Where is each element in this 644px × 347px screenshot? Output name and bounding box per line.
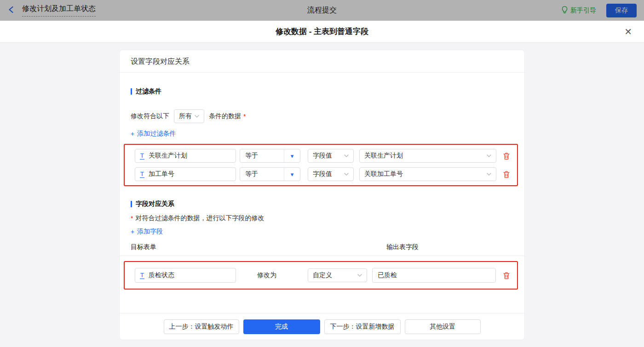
- delete-row-trash-icon[interactable]: [503, 171, 510, 178]
- section-accent-bar: [131, 201, 132, 207]
- chevron-down-icon: [487, 173, 491, 176]
- mapping-row-highlight-box: T 质检状态 修改为 自定义 已质检: [124, 261, 518, 290]
- filter-condition-line: 修改符合以下 所有 条件的数据 *: [131, 109, 513, 123]
- filter-value-type-select[interactable]: 字段值: [308, 167, 354, 181]
- text-field-icon: T: [140, 171, 144, 178]
- mapping-value-input[interactable]: 已质检: [372, 268, 496, 283]
- beginner-guide-button[interactable]: 新手引导: [561, 6, 596, 15]
- delete-row-trash-icon[interactable]: [503, 152, 510, 160]
- mapping-note-label: 对符合过滤条件的数据，进行以下字段的修改: [135, 214, 264, 222]
- condition-suffix-label: 条件的数据: [209, 112, 241, 120]
- caret-down-icon: ▾: [284, 149, 300, 162]
- card-footer: 上一步：设置触发动作 完成 下一步：设置新增数据 其他设置: [120, 313, 524, 340]
- caret-down-icon: ▾: [284, 168, 300, 181]
- match-mode-select[interactable]: 所有: [174, 109, 204, 123]
- required-asterisk: *: [131, 215, 133, 222]
- modify-to-label: 修改为: [257, 271, 276, 279]
- add-field-link[interactable]: + 添加字段: [131, 228, 163, 236]
- filter-value-value: 关联生产计划: [364, 152, 403, 160]
- card-header-title: 设置字段对应关系: [120, 50, 524, 73]
- next-step-button[interactable]: 下一步：设置新增数据: [324, 319, 401, 334]
- close-icon[interactable]: ✕: [624, 27, 632, 36]
- condition-prefix-label: 修改符合以下: [131, 112, 169, 120]
- required-asterisk: *: [243, 113, 246, 120]
- mapping-field-value: 质检状态: [149, 271, 174, 279]
- text-field-icon: T: [140, 153, 144, 159]
- column-output-field: 输出表字段: [386, 243, 419, 251]
- filter-operator-select[interactable]: 等于 ▾: [240, 149, 300, 163]
- add-filter-condition-link[interactable]: + 添加过滤条件: [131, 130, 176, 138]
- filter-value-type-value: 字段值: [313, 170, 332, 178]
- mapping-mode-select[interactable]: 自定义: [308, 268, 367, 282]
- mapping-column-headers: 目标表单 输出表字段: [131, 243, 513, 250]
- add-field-label: 添加字段: [137, 228, 163, 236]
- topbar-center-title: 流程提交: [0, 6, 644, 15]
- filter-rows-highlight-box: T 关联生产计划 等于 ▾ 字段值 关联生产计划: [124, 144, 518, 186]
- lightbulb-icon: [561, 6, 568, 15]
- mapping-value-text: 已质检: [378, 271, 397, 279]
- modal-header: 修改数据 - 主表到普通字段 ✕: [0, 21, 644, 43]
- filter-section-title-label: 过滤条件: [136, 87, 161, 96]
- topbar: 修改计划及加工单状态 流程提交 新手引导 保存: [0, 0, 644, 21]
- mapping-section-title: 字段对应关系: [131, 200, 513, 208]
- filter-operator-value: 等于: [240, 168, 284, 181]
- filter-operator-select[interactable]: 等于 ▾: [240, 167, 300, 181]
- plus-icon: +: [131, 130, 134, 137]
- chevron-down-icon: [344, 154, 349, 157]
- mapping-note: * 对符合过滤条件的数据，进行以下字段的修改: [131, 214, 513, 222]
- beginner-guide-label: 新手引导: [570, 6, 596, 15]
- column-target-form: 目标表单: [131, 243, 156, 250]
- mapping-section-title-label: 字段对应关系: [136, 200, 174, 208]
- modal-body: 设置字段对应关系 过滤条件 修改符合以下 所有 条件的数据 * +: [0, 43, 644, 347]
- filter-row: T 关联生产计划 等于 ▾ 字段值 关联生产计划: [135, 149, 517, 163]
- other-settings-button[interactable]: 其他设置: [405, 319, 481, 334]
- filter-value-value: 关联加工单号: [364, 170, 403, 178]
- filter-value-type-value: 字段值: [313, 152, 332, 160]
- done-button[interactable]: 完成: [243, 319, 320, 334]
- settings-card: 设置字段对应关系 过滤条件 修改符合以下 所有 条件的数据 * +: [119, 50, 525, 340]
- section-accent-bar: [131, 88, 132, 95]
- chevron-down-icon: [487, 154, 491, 157]
- add-filter-condition-label: 添加过滤条件: [137, 130, 176, 138]
- mapping-mode-value: 自定义: [313, 271, 332, 279]
- filter-value-select[interactable]: 关联生产计划: [359, 149, 496, 163]
- chevron-down-icon: [344, 173, 349, 176]
- filter-field-select[interactable]: T 加工单号: [135, 167, 236, 181]
- filter-value-type-select[interactable]: 字段值: [308, 149, 354, 163]
- filter-field-value: 关联生产计划: [149, 152, 187, 160]
- mapping-row: T 质检状态 修改为 自定义 已质检: [135, 268, 517, 283]
- filter-row: T 加工单号 等于 ▾ 字段值 关联加工单号: [135, 167, 517, 181]
- delete-row-trash-icon[interactable]: [503, 272, 510, 279]
- filter-value-select[interactable]: 关联加工单号: [359, 167, 496, 181]
- chevron-down-icon: [357, 274, 362, 277]
- prev-step-button[interactable]: 上一步：设置触发动作: [164, 319, 239, 334]
- filter-section-title: 过滤条件: [131, 87, 513, 96]
- plus-icon: +: [131, 228, 134, 235]
- modal-title: 修改数据 - 主表到普通字段: [276, 26, 368, 37]
- text-field-icon: T: [140, 272, 144, 279]
- divider: [120, 256, 524, 256]
- chevron-down-icon: [195, 115, 199, 118]
- mapping-field-select[interactable]: T 质检状态: [135, 268, 236, 283]
- filter-field-value: 加工单号: [149, 170, 174, 178]
- save-button[interactable]: 保存: [606, 4, 637, 17]
- filter-field-select[interactable]: T 关联生产计划: [135, 149, 236, 163]
- match-mode-value: 所有: [179, 112, 192, 120]
- filter-operator-value: 等于: [240, 149, 284, 162]
